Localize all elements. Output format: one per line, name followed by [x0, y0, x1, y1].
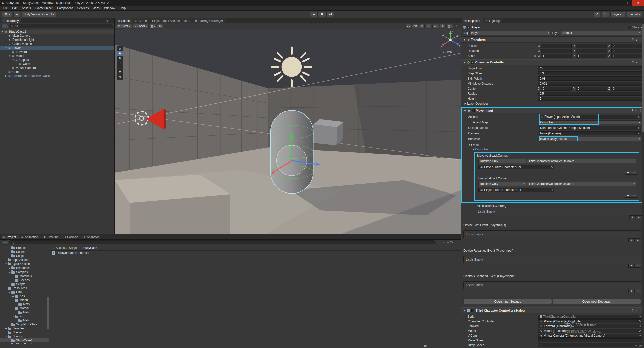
maximize-button[interactable]: □	[621, 0, 632, 6]
open-input-settings-button[interactable]: Open Input Settings	[463, 299, 552, 304]
hierarchy-item[interactable]: ▼ StudyCase1	[0, 30, 114, 34]
y-input[interactable]: 0	[576, 87, 607, 91]
inspector-scrollbar-thumb[interactable]	[642, 24, 644, 132]
default-map-dropdown[interactable]: Controller	[539, 120, 641, 124]
thumbnail-zoom-slider[interactable]	[423, 346, 451, 346]
inspector-tab[interactable]: Inspector	[462, 18, 483, 23]
remove-event-button[interactable]: −	[636, 215, 642, 219]
cloud-services-button[interactable]: ☁	[13, 12, 20, 17]
lock-icon[interactable]: ⊙	[106, 19, 109, 22]
bottom-panel-tab[interactable]: Animator	[81, 235, 101, 239]
ui-input-module-field[interactable]: None (Input System UI Input Module)	[539, 126, 641, 130]
project-folder-row[interactable]: ▼ QuickOutline	[0, 262, 49, 266]
menu-item[interactable]: Assets	[20, 6, 33, 10]
object-field[interactable]: Player (Character Controller)	[538, 319, 642, 323]
x-input[interactable]: 0	[541, 44, 572, 48]
gameobject-name-field[interactable]: Player	[471, 26, 480, 29]
menu-item[interactable]: File	[1, 6, 10, 10]
tool-handle-rotation-dropdown[interactable]: ◐ Local ▾	[133, 24, 149, 28]
layers-dropdown[interactable]: Layers ▾	[610, 12, 626, 17]
foldout-arrow[interactable]	[463, 309, 466, 312]
hierarchy-item[interactable]: Directional Light	[0, 38, 114, 42]
scene-tool-button[interactable]: ↻	[117, 56, 123, 60]
project-folder-row[interactable]: ▶ Aris	[0, 294, 49, 298]
presets-icon[interactable]: ≡	[636, 309, 637, 312]
inspector-tab[interactable]: Lighting	[483, 18, 502, 23]
add-event-button[interactable]: +	[628, 238, 635, 242]
x-input[interactable]: 0	[541, 49, 572, 53]
hierarchy-search-input[interactable]: All	[9, 24, 113, 28]
menu-item[interactable]: Help	[117, 6, 128, 10]
breadcrumb-item[interactable]: ▸ StudyCase1	[78, 246, 99, 250]
event-target-field[interactable]: Player (Third Character Cor	[478, 165, 554, 169]
panel-menu-icon[interactable]: ⋮	[457, 24, 460, 28]
zoom-slider-thumb[interactable]	[424, 345, 427, 347]
search-by-type-icon[interactable]: ∗	[437, 241, 439, 244]
menu-item[interactable]: Window	[102, 6, 117, 10]
activity-icon[interactable]: ⊘	[635, 344, 637, 347]
camera-view-dropdown[interactable]: ◐▾	[406, 24, 411, 28]
project-folder-row[interactable]: ▼ Momoi	[0, 306, 49, 310]
object-picker-icon[interactable]	[638, 324, 641, 328]
project-folder-row[interactable]: ▼ FBX	[0, 290, 49, 294]
z-input[interactable]: 0	[611, 44, 642, 48]
foldout-arrow[interactable]: ▶	[12, 295, 15, 297]
object-picker-icon[interactable]	[638, 320, 641, 323]
y-input[interactable]: 1	[576, 54, 607, 58]
presets-icon[interactable]: ≡	[636, 38, 637, 42]
add-event-button[interactable]: +	[629, 215, 636, 219]
undo-history-button[interactable]: ↺	[594, 12, 600, 17]
object-picker-icon[interactable]	[638, 334, 641, 337]
add-event-button[interactable]: +	[628, 289, 635, 293]
scene-lighting-toggle[interactable]: ☀	[419, 24, 425, 28]
project-tree-scrollbar-thumb[interactable]	[47, 297, 49, 329]
y-input[interactable]: 2	[576, 44, 607, 48]
foldout-arrow[interactable]	[463, 61, 466, 64]
x-input[interactable]: 1	[541, 54, 572, 58]
presets-icon[interactable]: ≡	[636, 61, 637, 64]
value-input[interactable]: 0.001	[538, 82, 642, 86]
camera-object-field[interactable]: None (Camera)	[539, 131, 641, 135]
project-folder-row[interactable]: SimpleURPToon	[0, 322, 49, 326]
scene-viewport[interactable]: x y z ‹ Persp	[115, 29, 461, 234]
help-icon[interactable]: ?	[631, 109, 633, 112]
foldout-arrow[interactable]: ▼	[8, 55, 11, 57]
foldout-arrow[interactable]: ▼	[8, 291, 11, 293]
hierarchy-item[interactable]: Virtual Camera	[0, 66, 114, 70]
gameobject-icon[interactable]: ▦	[463, 26, 466, 29]
object-picker-icon[interactable]	[550, 188, 553, 192]
remove-event-button[interactable]: −	[635, 264, 641, 268]
event-mode-dropdown[interactable]: Runtime Only	[478, 182, 526, 186]
hierarchy-item[interactable]: Cube	[0, 62, 114, 66]
foldout-arrow[interactable]	[472, 148, 475, 151]
actions-object-field[interactable]: Player (Input Action Asset)	[539, 115, 641, 119]
foldout-arrow[interactable]	[464, 102, 467, 105]
held-cube[interactable]	[313, 119, 343, 145]
step-button[interactable]: ▶	[326, 12, 334, 17]
add-asset-button[interactable]: + ▾	[1, 240, 8, 245]
behavior-dropdown[interactable]: Invoke Unity Events	[539, 137, 641, 141]
value-input[interactable]: 2	[538, 97, 642, 101]
menu-item[interactable]: Component	[55, 6, 75, 10]
hierarchy-item[interactable]: Main Camera	[0, 34, 114, 38]
value-input[interactable]: 0.08	[538, 76, 642, 81]
foldout-arrow[interactable]: ▼	[5, 335, 8, 338]
search-by-label-icon[interactable]: ⊙	[442, 241, 444, 244]
project-folder-row[interactable]: Scripts	[0, 282, 49, 286]
z-input[interactable]: 0	[611, 49, 642, 53]
scene-audio-toggle[interactable]: ♪	[426, 24, 431, 28]
foldout-arrow[interactable]	[463, 38, 466, 41]
menu-item[interactable]: Jobs	[91, 6, 102, 10]
perspective-label[interactable]: ‹ Persp	[443, 50, 452, 53]
hierarchy-item[interactable]: Forward	[0, 50, 114, 54]
x-input[interactable]: 0	[541, 87, 572, 91]
foldout-arrow[interactable]: ▼	[12, 307, 15, 310]
scene-tool-button[interactable]: ⚙	[117, 75, 123, 80]
foldout-arrow[interactable]: ▼	[5, 47, 8, 49]
foldout-arrow[interactable]: ▶	[5, 75, 8, 77]
foldout-arrow[interactable]: ▼	[12, 315, 15, 318]
remove-event-button[interactable]: −	[635, 238, 641, 242]
tab-hierarchy[interactable]: ≡ Hierarchy	[1, 18, 21, 23]
layout-dropdown[interactable]: Layout ▾	[627, 12, 642, 17]
z-input[interactable]: 1	[611, 54, 642, 58]
